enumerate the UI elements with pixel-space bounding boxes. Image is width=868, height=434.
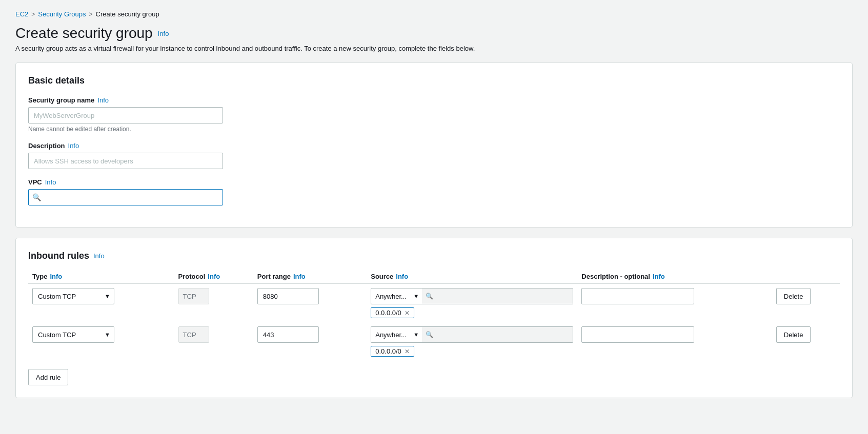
port-input-0[interactable] bbox=[257, 288, 319, 304]
protocol-field-0: TCP bbox=[178, 288, 209, 304]
source-top-0: Anywher... ▼ 🔍 bbox=[371, 288, 573, 304]
rule-action-cell: Delete bbox=[772, 284, 840, 323]
security-group-name-info[interactable]: Info bbox=[97, 96, 109, 104]
type-select-wrapper: Custom TCP ▼ bbox=[32, 288, 114, 304]
rule-type-cell: Custom TCP ▼ bbox=[28, 284, 174, 323]
col-source-header: Source Info bbox=[367, 270, 577, 284]
security-group-name-label: Security group name bbox=[28, 96, 94, 104]
add-rule-button[interactable]: Add rule bbox=[28, 369, 68, 385]
source-search-input-0[interactable] bbox=[422, 288, 573, 304]
col-action-header bbox=[772, 270, 840, 284]
description-info[interactable]: Info bbox=[68, 142, 79, 150]
inbound-rules-title: Inbound rules bbox=[28, 251, 89, 261]
source-wrapper-0: Anywher... ▼ 🔍 0.0.0.0/0 ✕ bbox=[371, 288, 573, 318]
rule-action-cell: Delete bbox=[772, 322, 840, 361]
breadcrumb-current: Create security group bbox=[96, 10, 159, 18]
source-select-0[interactable]: Anywher... bbox=[371, 288, 422, 304]
source-search-input-1[interactable] bbox=[422, 326, 573, 343]
vpc-input[interactable] bbox=[28, 189, 223, 205]
vpc-group: VPC Info 🔍 bbox=[28, 178, 840, 205]
rules-header-row: Type Info Protocol Info Port range bbox=[28, 270, 840, 284]
cidr-tag-0: 0.0.0.0/0 ✕ bbox=[371, 307, 414, 318]
page-description: A security group acts as a virtual firew… bbox=[15, 45, 853, 52]
delete-button-1[interactable]: Delete bbox=[776, 326, 811, 343]
basic-details-card: Basic details Security group name Info N… bbox=[15, 63, 853, 228]
inbound-rules-info[interactable]: Info bbox=[93, 252, 105, 260]
rule-protocol-cell: TCP bbox=[174, 284, 253, 323]
cidr-value-1: 0.0.0.0/0 bbox=[375, 347, 401, 355]
rule-source-cell: Anywher... ▼ 🔍 0.0.0.0/0 ✕ bbox=[367, 322, 577, 361]
source-search-wrapper-0: 🔍 bbox=[422, 288, 573, 304]
inbound-rules-header: Inbound rules Info bbox=[28, 251, 840, 261]
vpc-search-icon: 🔍 bbox=[32, 193, 41, 201]
col-type-header: Type Info bbox=[28, 270, 174, 284]
page-info-link[interactable]: Info bbox=[158, 30, 169, 37]
cidr-value-0: 0.0.0.0/0 bbox=[375, 309, 401, 317]
vpc-info[interactable]: Info bbox=[45, 178, 56, 186]
source-select-wrapper-1: Anywher... ▼ bbox=[371, 326, 422, 343]
rule-port-cell bbox=[253, 322, 367, 361]
type-select-wrapper: Custom TCP ▼ bbox=[32, 326, 114, 343]
security-group-name-hint: Name cannot be edited after creation. bbox=[28, 126, 840, 133]
col-protocol-header: Protocol Info bbox=[174, 270, 253, 284]
delete-button-0[interactable]: Delete bbox=[776, 288, 811, 304]
source-col-info[interactable]: Info bbox=[396, 273, 408, 280]
rules-table: Type Info Protocol Info Port range bbox=[28, 270, 840, 361]
rule-port-cell bbox=[253, 284, 367, 323]
source-wrapper-1: Anywher... ▼ 🔍 0.0.0.0/0 ✕ bbox=[371, 326, 573, 357]
type-col-info[interactable]: Info bbox=[50, 273, 62, 280]
desc-input-1[interactable] bbox=[581, 326, 694, 343]
table-row: Custom TCP ▼ TCP Anywher... bbox=[28, 322, 840, 361]
cidr-remove-0[interactable]: ✕ bbox=[405, 310, 410, 316]
breadcrumb-security-groups[interactable]: Security Groups bbox=[38, 10, 86, 18]
basic-details-title: Basic details bbox=[28, 75, 840, 86]
breadcrumb-sep1: > bbox=[31, 11, 35, 18]
vpc-input-wrapper: 🔍 bbox=[28, 189, 223, 205]
rule-protocol-cell: TCP bbox=[174, 322, 253, 361]
breadcrumb: EC2 > Security Groups > Create security … bbox=[15, 10, 853, 18]
description-label: Description bbox=[28, 142, 65, 150]
rule-desc-cell bbox=[577, 322, 772, 361]
protocol-col-info[interactable]: Info bbox=[208, 273, 220, 280]
security-group-name-group: Security group name Info Name cannot be … bbox=[28, 96, 840, 133]
rule-source-cell: Anywher... ▼ 🔍 0.0.0.0/0 ✕ bbox=[367, 284, 577, 323]
rule-type-cell: Custom TCP ▼ bbox=[28, 322, 174, 361]
rule-desc-cell bbox=[577, 284, 772, 323]
inbound-rules-card: Inbound rules Info Type Info Protocol I bbox=[15, 238, 853, 398]
breadcrumb-ec2[interactable]: EC2 bbox=[15, 10, 28, 18]
protocol-field-1: TCP bbox=[178, 326, 209, 343]
port-input-1[interactable] bbox=[257, 326, 319, 343]
description-input[interactable] bbox=[28, 153, 223, 169]
page-title: Create security group bbox=[15, 25, 153, 42]
portrange-col-info[interactable]: Info bbox=[293, 273, 306, 280]
desc-col-info[interactable]: Info bbox=[653, 273, 665, 280]
type-select-1[interactable]: Custom TCP bbox=[32, 326, 114, 343]
table-row: Custom TCP ▼ TCP Anywher... bbox=[28, 284, 840, 323]
cidr-remove-1[interactable]: ✕ bbox=[405, 348, 410, 355]
security-group-name-input[interactable] bbox=[28, 107, 223, 123]
vpc-label: VPC bbox=[28, 178, 42, 186]
breadcrumb-sep2: > bbox=[89, 11, 93, 18]
description-group: Description Info bbox=[28, 142, 840, 169]
page-header: Create security group Info bbox=[15, 25, 853, 42]
source-search-wrapper-1: 🔍 bbox=[422, 326, 573, 343]
cidr-tag-1: 0.0.0.0/0 ✕ bbox=[371, 346, 414, 357]
col-desc-header: Description - optional Info bbox=[577, 270, 772, 284]
desc-input-0[interactable] bbox=[581, 288, 694, 304]
type-select-0[interactable]: Custom TCP bbox=[32, 288, 114, 304]
source-select-wrapper-0: Anywher... ▼ bbox=[371, 288, 422, 304]
source-select-1[interactable]: Anywher... bbox=[371, 326, 422, 343]
col-portrange-header: Port range Info bbox=[253, 270, 367, 284]
source-top-1: Anywher... ▼ 🔍 bbox=[371, 326, 573, 343]
